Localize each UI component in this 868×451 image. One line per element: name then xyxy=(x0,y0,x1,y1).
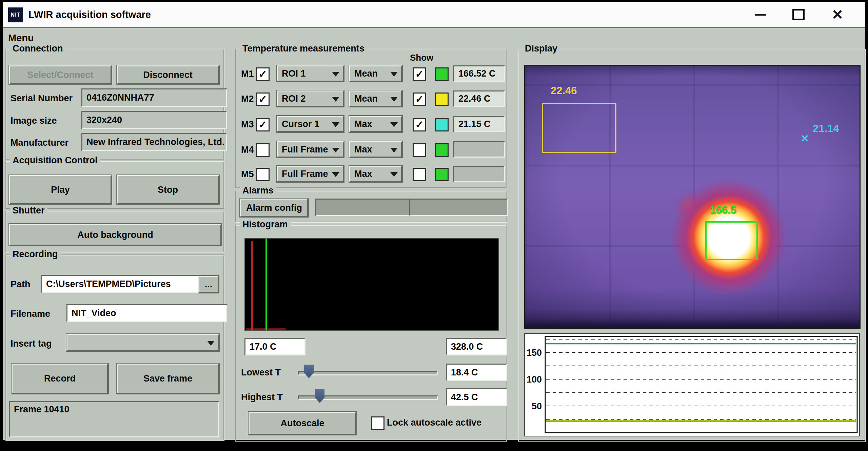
m5-color-swatch[interactable] xyxy=(435,168,449,181)
lock-autoscale-checkbox[interactable] xyxy=(371,416,384,430)
highest-t-slider-thumb[interactable] xyxy=(315,389,324,403)
browse-button[interactable]: ... xyxy=(198,276,219,293)
m2-enable-checkbox[interactable]: ✓ xyxy=(256,93,270,106)
minimize-icon xyxy=(755,14,766,16)
image-size-label: Image size xyxy=(11,116,57,126)
m3-color-swatch[interactable] xyxy=(435,118,449,131)
m4-enable-checkbox[interactable] xyxy=(256,143,270,157)
chevron-down-icon xyxy=(390,72,398,77)
disconnect-button[interactable]: Disconnect xyxy=(117,65,219,84)
trend-chart-canvas: 50100150 xyxy=(525,334,859,436)
m2-show-checkbox[interactable]: ✓ xyxy=(413,93,426,106)
serial-number-label: Serial Number xyxy=(11,93,73,104)
select-connect-button[interactable]: Select/Connect xyxy=(9,65,112,84)
window-title: LWIR acquisition software xyxy=(28,2,151,27)
autoscale-button[interactable]: Autoscale xyxy=(249,412,356,435)
cursor1-cross-icon[interactable]: ✕ xyxy=(801,134,809,144)
m3-value-field: 21.15 C xyxy=(453,116,505,132)
m1-roi-select[interactable]: ROI 1 xyxy=(277,65,344,82)
m2-roi-select[interactable]: ROI 2 xyxy=(277,90,344,107)
chevron-down-icon xyxy=(390,122,398,127)
m4-stat-value: Max xyxy=(354,144,372,155)
m5-stat-select[interactable]: Max xyxy=(349,166,402,182)
alarms-group: Alarms Alarm config xyxy=(235,191,507,223)
show-column-header: Show xyxy=(410,53,433,63)
m4-show-checkbox[interactable] xyxy=(413,143,426,157)
m5-value-field xyxy=(453,166,505,182)
save-frame-button[interactable]: Save frame xyxy=(117,364,219,394)
m3-roi-select[interactable]: Cursor 1 xyxy=(277,116,344,132)
m1-show-checkbox[interactable]: ✓ xyxy=(413,67,426,81)
m3-enable-checkbox[interactable]: ✓ xyxy=(256,118,270,131)
filename-label: Filename xyxy=(11,309,50,319)
m4-roi-select[interactable]: Full Frame xyxy=(277,141,344,158)
chevron-down-icon xyxy=(390,172,398,177)
svg-text:100: 100 xyxy=(527,374,542,385)
m3-label: M3 xyxy=(241,119,254,130)
lowest-t-label: Lowest T xyxy=(241,367,281,378)
m2-color-swatch[interactable] xyxy=(435,93,449,106)
chevron-down-icon xyxy=(207,341,215,346)
path-field[interactable]: C:\Users\TEMPMED\Pictures xyxy=(41,275,201,293)
play-button[interactable]: Play xyxy=(9,175,112,204)
recording-group-title: Recording xyxy=(10,249,61,260)
m1-stat-select[interactable]: Mean xyxy=(349,65,402,82)
alarm-field-1 xyxy=(315,199,414,216)
close-button[interactable]: ✕ xyxy=(825,5,850,24)
m4-stat-select[interactable]: Max xyxy=(349,141,402,158)
stop-button[interactable]: Stop xyxy=(117,175,219,204)
m4-label: M4 xyxy=(241,145,254,155)
svg-text:150: 150 xyxy=(527,348,542,358)
record-button[interactable]: Record xyxy=(12,364,108,394)
lowest-t-value-field: 18.4 C xyxy=(446,364,507,381)
m1-roi-value: ROI 1 xyxy=(282,68,306,79)
m5-show-checkbox[interactable] xyxy=(413,168,426,181)
minimize-button[interactable] xyxy=(748,5,773,24)
m3-stat-select[interactable]: Max xyxy=(349,116,402,132)
insert-tag-select[interactable] xyxy=(66,334,219,351)
histogram-min-field: 17.0 C xyxy=(244,338,305,355)
filename-field[interactable]: NIT_Video xyxy=(66,304,227,322)
image-size-field: 320x240 xyxy=(81,111,227,129)
m4-value-field xyxy=(453,141,505,158)
maximize-button[interactable] xyxy=(786,5,811,24)
measurement-row: M5 Full Frame Max xyxy=(236,166,506,183)
m3-roi-value: Cursor 1 xyxy=(282,119,319,129)
app-logo-text: NIT xyxy=(11,12,21,18)
m5-enable-checkbox[interactable] xyxy=(256,168,270,181)
shutter-group: Shutter Auto background xyxy=(5,211,224,253)
lowest-t-slider-thumb[interactable] xyxy=(304,365,314,378)
thermal-image[interactable]: 22.46 166.5 ✕ 21.14 xyxy=(524,65,861,329)
display-group: Display 22.46 166.5 ✕ 21.14 50100150 xyxy=(518,49,866,442)
measurement-row: M2 ✓ ROI 2 Mean ✓ 22.46 C xyxy=(236,90,506,107)
roi2-rectangle[interactable] xyxy=(542,103,616,153)
m1-color-swatch[interactable] xyxy=(435,67,449,81)
m1-label: M1 xyxy=(241,69,254,79)
alarm-config-button[interactable]: Alarm config xyxy=(240,199,308,217)
m1-enable-checkbox[interactable]: ✓ xyxy=(256,67,270,81)
close-icon: ✕ xyxy=(832,8,843,21)
m4-color-swatch[interactable] xyxy=(435,143,449,157)
measurement-row: M1 ✓ ROI 1 Mean ✓ 166.52 C xyxy=(236,65,506,82)
roi2-temperature-label: 22.46 xyxy=(551,85,577,97)
m1-value-field: 166.52 C xyxy=(453,65,505,82)
alarms-group-title: Alarms xyxy=(240,185,276,196)
m5-roi-select[interactable]: Full Frame xyxy=(277,166,344,182)
lowest-t-slider-track[interactable] xyxy=(298,371,438,375)
serial-number-field: 0416Z0NNHA77 xyxy=(81,88,227,107)
highest-t-label: Highest T xyxy=(241,392,283,403)
connection-group-title: Connection xyxy=(10,43,66,54)
auto-background-button[interactable]: Auto background xyxy=(9,224,221,246)
maximize-icon xyxy=(792,9,805,20)
m3-show-checkbox[interactable]: ✓ xyxy=(413,118,426,131)
m2-stat-select[interactable]: Mean xyxy=(349,90,402,107)
menubar: Menu xyxy=(3,28,865,48)
app-window: NIT LWIR acquisition software ✕ Menu Con… xyxy=(3,2,865,440)
measurement-row: M4 Full Frame Max xyxy=(236,141,506,158)
roi1-temperature-label: 166.5 xyxy=(710,204,736,216)
histogram-group-title: Histogram xyxy=(240,219,291,230)
chevron-down-icon xyxy=(390,148,398,152)
histogram-max-field: 328.0 C xyxy=(446,338,507,355)
roi1-rectangle[interactable] xyxy=(705,221,758,260)
histogram-plot xyxy=(244,238,499,331)
